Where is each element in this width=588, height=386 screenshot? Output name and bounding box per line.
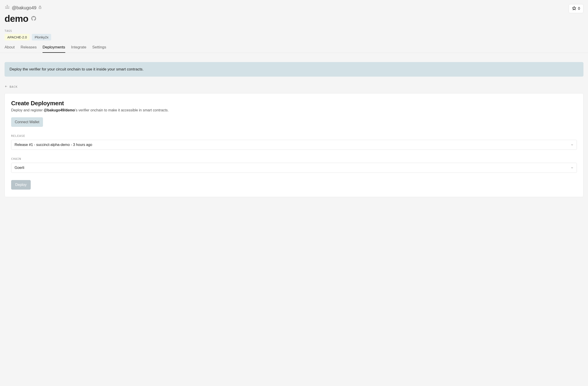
page-title: demo xyxy=(4,14,28,24)
svg-rect-1 xyxy=(5,6,6,7)
user-avatar-icon xyxy=(4,4,10,11)
back-label: BACK xyxy=(10,85,18,88)
tab-deployments[interactable]: Deployments xyxy=(42,45,65,53)
star-count: 0 xyxy=(578,7,580,11)
connect-wallet-button[interactable]: Connect Wallet xyxy=(11,117,43,127)
release-value: Release #1 - succinct-alpha-demo - 3 hou… xyxy=(15,143,92,147)
create-deployment-card: Create Deployment Deploy and register @b… xyxy=(4,93,584,197)
star-icon xyxy=(572,6,576,11)
tab-about[interactable]: About xyxy=(4,45,15,53)
card-subtitle: Deploy and register @bakugo49/demo's ver… xyxy=(11,108,577,112)
deploy-button[interactable]: Deploy xyxy=(11,180,31,190)
tab-releases[interactable]: Releases xyxy=(21,45,37,53)
release-select[interactable]: Release #1 - succinct-alpha-demo - 3 hou… xyxy=(11,140,577,150)
chain-value: Goerli xyxy=(15,166,24,170)
release-label: RELEASE xyxy=(11,134,577,138)
notice-banner: Deploy the verifier for your circuit onc… xyxy=(4,62,584,77)
chain-label: CHAIN xyxy=(11,157,577,161)
svg-rect-0 xyxy=(7,5,8,6)
back-link[interactable]: BACK xyxy=(4,85,584,89)
subtitle-project: @bakugo49/demo xyxy=(44,108,75,112)
tags: APACHE-2.0 Plonky2x xyxy=(0,33,588,41)
svg-rect-5 xyxy=(39,7,41,9)
tab-integrate[interactable]: Integrate xyxy=(71,45,86,53)
tab-settings[interactable]: Settings xyxy=(92,45,106,53)
github-icon[interactable] xyxy=(31,16,36,22)
tag-license[interactable]: APACHE-2.0 xyxy=(4,34,30,41)
lock-icon xyxy=(38,5,42,10)
subtitle-suffix: 's verifier onchain to make it accessibl… xyxy=(75,108,169,112)
svg-rect-3 xyxy=(7,6,8,7)
card-title: Create Deployment xyxy=(11,100,577,107)
subtitle-prefix: Deploy and register xyxy=(11,108,44,112)
tags-label: TAGS xyxy=(0,29,588,33)
svg-marker-6 xyxy=(572,7,576,10)
svg-rect-2 xyxy=(8,6,9,7)
svg-rect-4 xyxy=(5,8,9,9)
breadcrumb: @bakugo49 xyxy=(4,4,584,11)
tabs: About Releases Deployments Integrate Set… xyxy=(0,41,588,53)
chain-select[interactable]: Goerli xyxy=(11,163,577,173)
star-button[interactable]: 0 xyxy=(569,4,584,13)
tag-framework[interactable]: Plonky2x xyxy=(32,34,51,41)
arrow-left-icon xyxy=(4,85,8,89)
breadcrumb-user[interactable]: @bakugo49 xyxy=(12,5,36,10)
